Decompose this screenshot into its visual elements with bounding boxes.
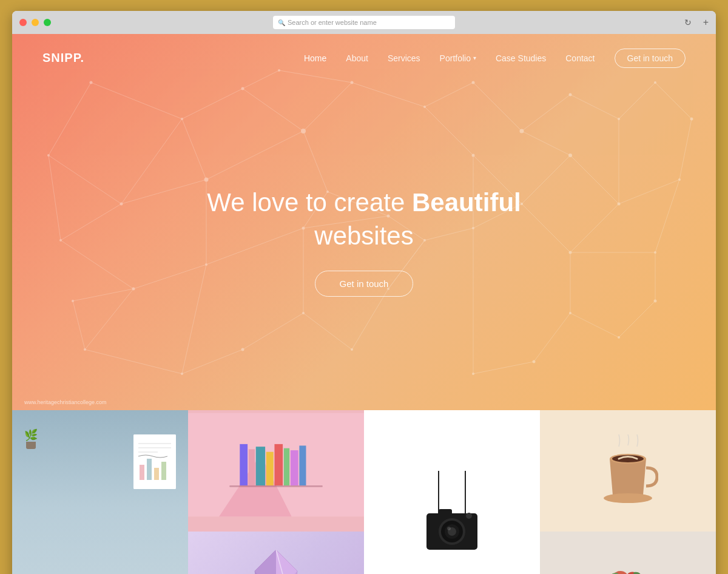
svg-point-150 [447,527,451,530]
nav-home[interactable]: Home [304,53,326,63]
portfolio-item-crystal[interactable] [188,532,364,574]
svg-point-95 [351,348,353,351]
svg-rect-112 [133,434,176,489]
nav-menu: Home About Services Portfolio Case Studi… [304,53,686,64]
navbar: SNIPP. Home About Services Portfolio Cas… [12,34,716,65]
coffee-illustration [598,434,658,507]
camera-illustration [416,471,488,574]
portfolio-item-books[interactable] [188,410,364,532]
svg-rect-135 [256,447,265,485]
svg-rect-139 [291,450,298,485]
website-content: SNIPP. Home About Services Portfolio Cas… [12,34,716,574]
food-illustration [540,532,716,574]
nav-portfolio[interactable]: Portfolio [440,53,476,63]
svg-line-59 [534,313,570,362]
nav-about[interactable]: About [346,53,368,63]
nav-services[interactable]: Services [388,53,420,63]
svg-rect-162 [584,532,672,574]
svg-line-50 [352,289,388,349]
plant-decoration: 🌿 [24,428,38,449]
site-logo[interactable]: SNIPP. [42,51,84,65]
hero-headline-bold: Beautiful [412,188,521,217]
svg-rect-140 [299,445,306,485]
portfolio-item-coffee[interactable] [540,410,716,532]
svg-point-105 [569,312,571,314]
hero-headline: We love to create Beautiful websites [12,186,716,252]
svg-marker-157 [255,550,276,574]
svg-point-103 [654,300,657,303]
svg-line-17 [85,289,133,349]
svg-rect-137 [274,444,283,485]
portfolio-item-desk[interactable]: 🌿 [12,410,188,574]
svg-point-97 [181,373,183,375]
svg-line-63 [73,301,85,349]
address-placeholder: Search or enter website name [288,19,377,26]
nav-contact[interactable]: Contact [565,53,595,63]
svg-rect-118 [154,468,159,480]
svg-line-51 [303,313,352,349]
svg-rect-136 [266,452,274,485]
nav-case-studies[interactable]: Case Studies [496,53,546,63]
search-icon: 🔍 [278,19,285,26]
crystal-illustration [240,547,312,574]
svg-line-53 [243,313,303,349]
svg-point-104 [618,336,620,339]
svg-line-54 [182,349,243,374]
address-bar[interactable]: 🔍 Search or enter website name [273,16,455,29]
svg-point-98 [84,348,86,351]
hero-headline-line2: websites [314,221,413,250]
svg-point-107 [472,373,474,375]
svg-point-106 [533,360,536,363]
minimize-button[interactable] [32,19,39,26]
svg-rect-145 [439,509,452,516]
portfolio-grid: 🌿 [12,410,716,574]
hero-content: We love to create Beautiful websites Get… [12,65,716,297]
browser-window: 🔍 Search or enter website name ↻ + [12,11,716,574]
svg-point-154 [604,493,652,503]
maximize-button[interactable] [44,19,51,26]
svg-line-57 [570,313,619,337]
svg-line-60 [473,362,534,374]
hero-section: SNIPP. Home About Services Portfolio Cas… [12,34,716,410]
svg-point-102 [72,300,74,302]
svg-line-18 [85,349,182,374]
svg-line-56 [619,301,655,337]
hero-cta-button[interactable]: Get in touch [315,271,414,297]
svg-point-94 [302,312,305,314]
reload-button[interactable]: ↻ [684,18,692,27]
svg-point-151 [466,513,472,519]
svg-rect-119 [161,462,166,480]
svg-point-96 [241,348,244,351]
svg-rect-138 [284,448,289,485]
close-button[interactable] [19,19,27,26]
svg-rect-117 [147,459,152,480]
portfolio-item-camera[interactable] [364,410,540,574]
new-tab-button[interactable]: + [703,17,709,28]
portfolio-item-food[interactable] [540,532,716,574]
svg-rect-134 [249,449,255,485]
svg-rect-141 [229,485,323,487]
svg-rect-133 [240,444,248,485]
sketch-paper [133,434,176,489]
watermark: www.heritagechristiancollege.com [24,399,107,405]
hero-headline-normal: We love to create [207,188,412,217]
svg-rect-116 [140,465,144,480]
browser-titlebar: 🔍 Search or enter website name ↻ + [12,11,716,34]
